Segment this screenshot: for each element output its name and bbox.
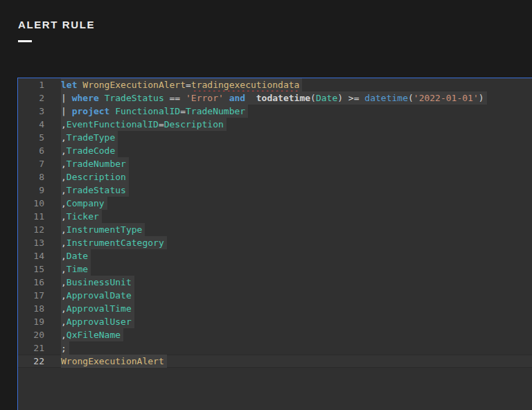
line-number: 14: [18, 249, 44, 262]
code-line-11[interactable]: 11,Ticker: [18, 210, 532, 223]
code-text: ,ApprovalDate: [61, 289, 134, 302]
code-line-17[interactable]: 17,ApprovalDate: [18, 289, 532, 302]
code-text: ,ApprovalUser: [61, 315, 134, 328]
code-line-7[interactable]: 7,TradeNumber: [18, 157, 532, 170]
code-text: let WrongExecutionAlert=tradingexecution…: [61, 78, 302, 91]
line-number: 16: [18, 276, 44, 289]
code-line-3[interactable]: 3| project FunctionalID=TradeNumber: [18, 105, 532, 118]
code-text: ,ApprovalTime: [61, 302, 134, 315]
line-number: 4: [18, 118, 44, 131]
code-text: ,BusinessUnit: [61, 276, 134, 289]
code-line-22[interactable]: 22WrongExecutionAlert: [18, 355, 532, 368]
line-number: 21: [18, 341, 44, 355]
code-text: ,EventFunctionalID=Description: [61, 118, 227, 131]
line-number: 7: [18, 157, 44, 170]
code-text: ,TradeNumber: [61, 157, 129, 170]
code-line-1[interactable]: 1let WrongExecutionAlert=tradingexecutio…: [18, 78, 532, 91]
code-line-10[interactable]: 10,Company: [18, 197, 532, 210]
error-squiggle-token: tradingexecutiondata: [191, 80, 300, 90]
line-number: 10: [18, 197, 44, 210]
code-text: ,TradeCode: [61, 144, 118, 157]
line-number: 20: [18, 328, 44, 341]
code-text: | project FunctionalID=TradeNumber: [61, 105, 248, 118]
code-text: ,TradeType: [61, 131, 118, 144]
code-line-13[interactable]: 13,InstrumentCategory: [18, 236, 532, 249]
line-number: 8: [18, 170, 44, 184]
page-header: ALERT RULE: [18, 19, 95, 42]
code-line-8[interactable]: 8,Description: [18, 170, 532, 184]
kql-query-editor[interactable]: 1let WrongExecutionAlert=tradingexecutio…: [17, 78, 532, 410]
code-lines: 1let WrongExecutionAlert=tradingexecutio…: [18, 78, 532, 368]
code-text: ,InstrumentType: [61, 223, 145, 236]
line-number: 9: [18, 184, 44, 197]
code-text: ,Description: [61, 170, 129, 184]
line-number: 17: [18, 289, 44, 302]
code-line-18[interactable]: 18,ApprovalTime: [18, 302, 532, 315]
code-line-16[interactable]: 16,BusinessUnit: [18, 276, 532, 289]
line-number: 6: [18, 144, 44, 157]
alert-rule-page: ALERT RULE 1let WrongExecutionAlert=trad…: [0, 0, 532, 410]
code-text: ,Date: [61, 249, 91, 262]
code-line-6[interactable]: 6,TradeCode: [18, 144, 532, 157]
code-text: ;: [61, 341, 69, 355]
code-line-12[interactable]: 12,InstrumentType: [18, 223, 532, 236]
line-number: 15: [18, 262, 44, 276]
line-number: 22: [18, 355, 44, 368]
code-text: ,QxFileName: [61, 328, 123, 341]
code-line-2[interactable]: 2| where TradeStatus == 'Error' and toda…: [18, 91, 532, 105]
code-text: ,TradeStatus: [61, 184, 129, 197]
code-line-15[interactable]: 15,Time: [18, 262, 532, 276]
code-text: ,Company: [61, 197, 107, 210]
code-line-19[interactable]: 19,ApprovalUser: [18, 315, 532, 328]
page-title: ALERT RULE: [18, 19, 95, 30]
code-line-5[interactable]: 5,TradeType: [18, 131, 532, 144]
line-number: 11: [18, 210, 44, 223]
line-number: 19: [18, 315, 44, 328]
line-number: 3: [18, 105, 44, 118]
line-number: 5: [18, 131, 44, 144]
code-text: WrongExecutionAlert: [61, 355, 167, 368]
code-text: ,InstrumentCategory: [61, 236, 167, 249]
code-line-9[interactable]: 9,TradeStatus: [18, 184, 532, 197]
title-underline: [18, 40, 32, 42]
code-line-14[interactable]: 14,Date: [18, 249, 532, 262]
code-text: | where TradeStatus == 'Error' and todat…: [61, 91, 487, 105]
line-number: 2: [18, 91, 44, 105]
line-number: 12: [18, 223, 44, 236]
code-text: ,Ticker: [61, 210, 102, 223]
line-number: 18: [18, 302, 44, 315]
line-number: 1: [18, 78, 44, 91]
line-number: 13: [18, 236, 44, 249]
code-text: ,Time: [61, 262, 91, 276]
code-line-21[interactable]: 21;: [18, 341, 532, 355]
code-line-20[interactable]: 20,QxFileName: [18, 328, 532, 341]
code-line-4[interactable]: 4,EventFunctionalID=Description: [18, 118, 532, 131]
